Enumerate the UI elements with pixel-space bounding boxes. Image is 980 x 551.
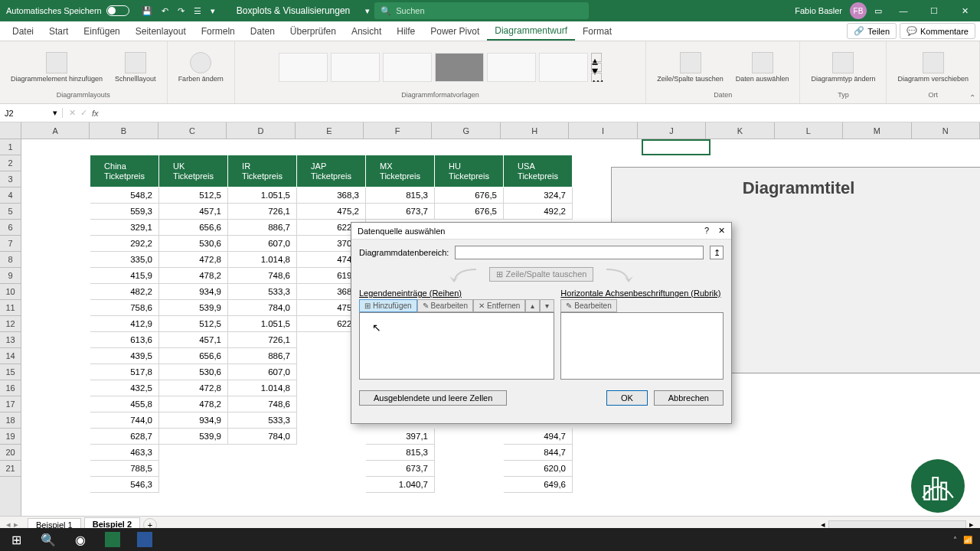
redo-icon[interactable]: ↷ [178,6,185,16]
chart-style-2[interactable] [331,53,380,82]
data-cell[interactable]: 607,0 [228,364,297,380]
minimize-button[interactable]: — [888,0,919,21]
row-header[interactable]: 1 [0,139,21,155]
save-icon[interactable]: 💾 [142,6,152,16]
row-header[interactable]: 7 [0,236,21,252]
data-cell[interactable]: 656,6 [159,348,228,364]
data-cell[interactable]: 748,6 [228,396,297,412]
data-cell[interactable]: 512,5 [159,187,228,204]
data-cell[interactable]: 548,2 [90,187,159,204]
data-cell[interactable]: 478,2 [159,268,228,284]
tab-hilfe[interactable]: Hilfe [389,23,423,40]
data-cell[interactable]: 530,6 [159,236,228,252]
tab-format[interactable]: Format [575,23,619,40]
fx-icon[interactable]: fx [92,109,99,118]
data-cell[interactable]: 649,6 [504,477,573,493]
data-cell[interactable]: 475,2 [297,204,366,220]
data-cell[interactable]: 546,3 [90,477,159,493]
table-header-cell[interactable]: MXTicketpreis [366,155,435,187]
data-cell[interactable]: 439,5 [90,348,159,364]
select-data-button[interactable]: Daten auswählen [731,51,794,84]
table-header-cell[interactable]: IRTicketpreis [228,155,297,187]
data-cell[interactable]: 1.014,8 [228,380,297,396]
data-cell[interactable]: 533,3 [228,412,297,429]
data-cell[interactable]: 463,3 [90,445,159,461]
switch-row-col-button[interactable]: Zeile/Spalte tauschen [652,51,728,84]
data-cell[interactable]: 934,9 [159,284,228,300]
row-header[interactable]: 10 [0,284,21,300]
data-cell[interactable]: 758,6 [90,300,159,316]
chart-style-5[interactable] [487,53,536,82]
data-cell[interactable]: 1.051,5 [228,316,297,332]
data-cell[interactable]: 335,0 [90,252,159,268]
data-cell[interactable]: 1.014,8 [228,252,297,268]
row-header[interactable]: 4 [0,187,21,204]
data-cell[interactable]: 539,9 [159,429,228,445]
tray-chevron-icon[interactable]: ˄ [953,536,957,544]
col-header[interactable]: E [296,122,364,139]
data-cell[interactable]: 886,7 [228,348,297,364]
chart-style-4[interactable] [435,53,484,82]
select-all-corner[interactable] [0,122,21,139]
move-chart-button[interactable]: Diagramm verschieben [893,51,973,84]
data-cell[interactable]: 815,3 [366,187,435,204]
taskbar-excel[interactable] [96,528,129,551]
col-header[interactable]: K [706,122,774,139]
row-header[interactable]: 9 [0,268,21,284]
tab-formeln[interactable]: Formeln [194,23,243,40]
tab-diagrammentwurf[interactable]: Diagrammentwurf [487,22,575,41]
table-header-cell[interactable]: USATicketpreis [504,155,573,187]
col-header[interactable]: C [158,122,227,139]
data-cell[interactable]: 844,7 [504,445,573,461]
data-cell[interactable]: 1.040,7 [366,477,435,493]
chart-data-range-input[interactable] [455,246,704,259]
move-up-button[interactable]: ▴ [525,299,540,312]
table-header-cell[interactable]: ChinaTicketpreis [90,155,159,187]
doc-dropdown-icon[interactable]: ▾ [365,6,374,16]
data-cell[interactable]: 457,1 [159,332,228,348]
touch-icon[interactable]: ☰ [194,6,201,16]
col-header[interactable]: D [227,122,295,139]
data-cell[interactable]: 292,2 [90,236,159,252]
dialog-help-icon[interactable]: ? [704,226,709,236]
ribbon-display-icon[interactable]: ▭ [874,6,882,16]
row-header[interactable]: 11 [0,300,21,316]
name-box[interactable]: J2▾ [0,108,63,118]
data-cell[interactable]: 934,9 [159,412,228,429]
comments-button[interactable]: 💬Kommentare [900,23,975,39]
data-cell[interactable]: 412,9 [90,316,159,332]
data-cell[interactable]: 676,5 [435,204,504,220]
data-cell[interactable]: 512,5 [159,316,228,332]
table-header-cell[interactable]: HUTicketpreis [435,155,504,187]
row-header[interactable]: 16 [0,380,21,396]
row-header[interactable]: 2 [0,155,21,171]
system-tray[interactable]: ˄ 📶 [946,536,980,544]
taskbar-app-1[interactable]: ◉ [64,528,96,551]
row-header[interactable]: 21 [0,461,21,477]
search-box[interactable]: 🔍 Suchen [374,2,589,19]
add-chart-element-button[interactable]: Diagrammelement hinzufügen [6,51,107,84]
data-cell[interactable]: 1.051,5 [228,187,297,204]
add-series-button[interactable]: ⊞Hinzufügen [359,299,417,312]
data-cell[interactable]: 455,8 [90,396,159,412]
data-cell[interactable]: 492,2 [504,204,573,220]
dpi-icon[interactable]: ▾ [211,6,215,16]
tray-network-icon[interactable]: 📶 [963,536,972,544]
data-cell[interactable]: 788,5 [90,461,159,477]
legend-entries-list[interactable] [359,312,554,380]
edit-axis-button[interactable]: ✎Bearbeiten [560,299,616,312]
toggle-switch[interactable] [106,5,129,16]
remove-series-button[interactable]: ✕Entfernen [473,299,525,312]
undo-icon[interactable]: ↶ [162,6,168,16]
data-cell[interactable]: 472,8 [159,252,228,268]
data-cell[interactable]: 457,1 [159,204,228,220]
table-header-cell[interactable]: UKTicketpreis [159,155,228,187]
hidden-cells-button[interactable]: Ausgeblendete und leere Zellen [359,390,507,406]
axis-labels-list[interactable] [560,312,724,380]
accept-formula-icon[interactable]: ✓ [80,108,87,118]
autosave-toggle[interactable]: Automatisches Speichern [0,5,136,16]
data-cell[interactable]: 673,7 [366,204,435,220]
data-cell[interactable]: 559,3 [90,204,159,220]
data-cell[interactable]: 784,0 [228,429,297,445]
chart-style-1[interactable] [279,53,328,82]
